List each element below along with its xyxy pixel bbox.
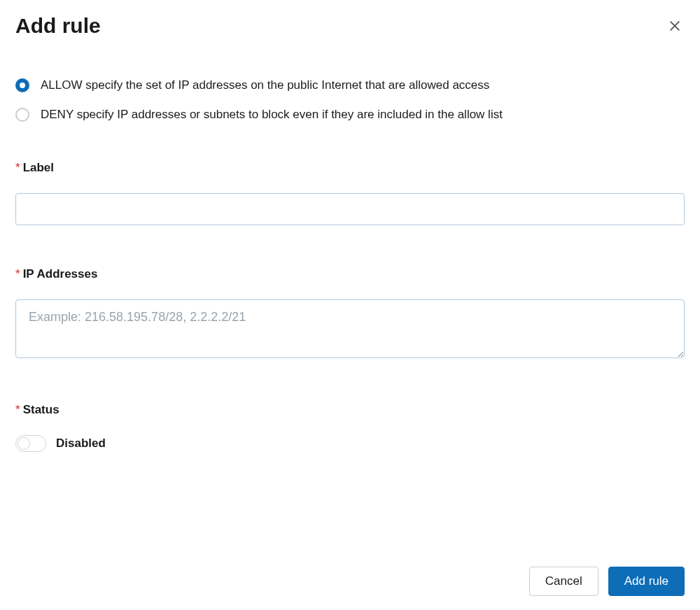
radio-allow-label: ALLOW specify the set of IP addresses on… [41, 78, 489, 92]
label-field-title: *Label [15, 161, 685, 175]
ip-addresses-field-title: *IP Addresses [15, 267, 685, 281]
required-indicator: * [15, 403, 20, 416]
status-toggle[interactable] [15, 435, 46, 452]
ip-addresses-field-group: *IP Addresses [15, 267, 685, 361]
status-field-title: *Status [15, 403, 685, 417]
close-button[interactable] [665, 16, 685, 36]
radio-deny[interactable]: DENY specify IP addresses or subnets to … [15, 108, 685, 122]
close-icon [668, 19, 682, 33]
radio-unselected-icon [15, 108, 29, 122]
rule-type-radio-group: ALLOW specify the set of IP addresses on… [15, 78, 685, 122]
radio-selected-icon [15, 78, 29, 92]
dialog-header: Add rule [15, 14, 685, 38]
dialog-title: Add rule [15, 14, 101, 38]
toggle-knob-icon [18, 437, 30, 450]
status-field-group: *Status Disabled [15, 403, 685, 452]
dialog-footer: Cancel Add rule [529, 567, 685, 596]
radio-allow[interactable]: ALLOW specify the set of IP addresses on… [15, 78, 685, 92]
label-input[interactable] [15, 193, 685, 225]
required-indicator: * [15, 267, 20, 281]
status-text: Disabled [56, 437, 106, 451]
ip-addresses-input[interactable] [15, 299, 685, 358]
cancel-button[interactable]: Cancel [529, 567, 598, 596]
required-indicator: * [15, 161, 20, 174]
radio-deny-label: DENY specify IP addresses or subnets to … [41, 108, 503, 122]
status-row: Disabled [15, 435, 685, 452]
label-field-group: *Label [15, 161, 685, 225]
add-rule-button[interactable]: Add rule [608, 567, 685, 596]
